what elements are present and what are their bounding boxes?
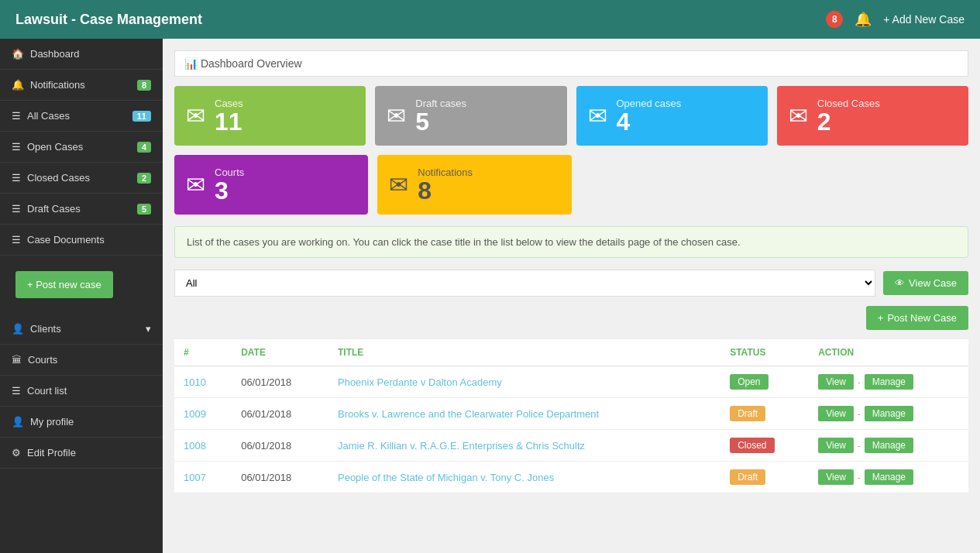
case-filter-select[interactable]: All Open Draft Closed — [174, 270, 875, 297]
table-row: 1007 06/01/2018 People of the State of M… — [174, 462, 968, 493]
cases-table: # DATE TITLE STATUS ACTION 1010 06/01/20… — [174, 339, 968, 493]
notifications-badge: 8 — [137, 80, 151, 91]
case-number-cell: 1009 — [174, 398, 232, 430]
closed-cases-icon: ☰ — [12, 172, 21, 184]
case-action-cell: View - Manage — [809, 430, 968, 462]
case-number-link[interactable]: 1009 — [184, 408, 206, 420]
col-number: # — [174, 339, 232, 366]
status-badge: Draft — [730, 406, 765, 421]
table-row: 1008 06/01/2018 Jamie R. Killian v. R.A.… — [174, 430, 968, 462]
sidebar-item-notifications[interactable]: 🔔 Notifications 8 — [0, 70, 163, 101]
sidebar-label-edit-profile: Edit Profile — [27, 447, 76, 459]
add-new-case-button[interactable]: + Add New Case — [883, 13, 965, 26]
case-number-cell: 1008 — [174, 430, 232, 462]
case-date-cell: 06/01/2018 — [232, 366, 328, 398]
main-layout: 🏠 Dashboard 🔔 Notifications 8 ☰ All Case… — [0, 39, 980, 553]
case-title-cell: Jamie R. Killian v. R.A.G.E. Enterprises… — [328, 430, 720, 462]
post-new-case-button[interactable]: + Post New Case — [866, 306, 968, 330]
action-buttons: View - Manage — [818, 406, 959, 421]
manage-action-button[interactable]: Manage — [865, 374, 913, 390]
view-action-button[interactable]: View — [818, 469, 854, 485]
action-separator: - — [858, 472, 861, 482]
opened-envelope-icon: ✉ — [588, 102, 607, 129]
case-title-cell: People of the State of Michigan v. Tony … — [328, 462, 720, 493]
eye-icon: 👁 — [895, 277, 905, 289]
case-action-cell: View - Manage — [809, 462, 968, 493]
sidebar-label-draft-cases: Draft Cases — [27, 203, 81, 215]
closed-cases-badge: 2 — [137, 173, 151, 184]
sidebar-item-my-profile[interactable]: 👤 My profile — [0, 407, 163, 438]
dashboard-icon: 🏠 — [12, 48, 24, 60]
status-badge: Closed — [730, 438, 774, 453]
draft-envelope-icon: ✉ — [387, 102, 406, 129]
sidebar-item-clients[interactable]: 👤 Clients ▾ — [0, 314, 163, 345]
sidebar-item-edit-profile[interactable]: ⚙ Edit Profile — [0, 438, 163, 469]
stat-card-opened: ✉ Opened cases 4 — [576, 86, 768, 146]
case-number-link[interactable]: 1007 — [184, 472, 206, 483]
manage-action-button[interactable]: Manage — [865, 469, 913, 485]
sidebar-label-open-cases: Open Cases — [27, 141, 83, 153]
case-status-cell: Open — [720, 366, 809, 398]
stat-opened-label: Opened cases — [617, 98, 682, 109]
view-action-button[interactable]: View — [818, 374, 854, 390]
edit-profile-icon: ⚙ — [12, 447, 21, 459]
sidebar-item-closed-cases[interactable]: ☰ Closed Cases 2 — [0, 163, 163, 194]
sidebar-label-notifications: Notifications — [30, 79, 85, 91]
stat-notifications-label: Notifications — [418, 167, 473, 178]
post-new-case-label: Post New Case — [887, 312, 957, 324]
sidebar-label-clients: Clients — [30, 323, 61, 335]
manage-action-button[interactable]: Manage — [865, 406, 913, 421]
notifications-icon: 🔔 — [12, 79, 24, 91]
case-status-cell: Closed — [720, 430, 809, 462]
sidebar-item-draft-cases[interactable]: ☰ Draft Cases 5 — [0, 194, 163, 225]
bell-icon[interactable]: 🔔 — [854, 11, 872, 28]
action-separator: - — [858, 441, 861, 450]
stat-cases-value: 11 — [215, 109, 243, 134]
case-date-cell: 06/01/2018 — [232, 430, 328, 462]
case-title-link[interactable]: Jamie R. Killian v. R.A.G.E. Enterprises… — [338, 440, 585, 452]
sidebar-item-dashboard[interactable]: 🏠 Dashboard — [0, 39, 163, 70]
all-cases-icon: ☰ — [12, 110, 21, 122]
case-number-cell: 1007 — [174, 462, 232, 493]
clients-icon: 👤 — [12, 323, 24, 335]
my-profile-icon: 👤 — [12, 416, 24, 428]
stat-card-courts: ✉ Courts 3 — [174, 155, 368, 215]
view-case-button[interactable]: 👁 View Case — [883, 271, 968, 295]
stat-card-closed: ✉ Closed Cases 2 — [777, 86, 968, 146]
col-action: ACTION — [809, 339, 968, 366]
draft-cases-badge: 5 — [137, 204, 151, 215]
case-title-link[interactable]: Phoenix Perdante v Dalton Academy — [338, 376, 502, 388]
sidebar-item-all-cases[interactable]: ☰ All Cases 11 — [0, 101, 163, 132]
cases-envelope-icon: ✉ — [186, 102, 205, 129]
action-buttons: View - Manage — [818, 469, 959, 485]
stat-notifications-value: 8 — [418, 178, 473, 203]
sidebar-item-court-list[interactable]: ☰ Court list — [0, 376, 163, 407]
case-title-link[interactable]: People of the State of Michigan v. Tony … — [338, 472, 554, 483]
view-action-button[interactable]: View — [818, 406, 854, 421]
case-action-cell: View - Manage — [809, 398, 968, 430]
sidebar-post-new-case-button[interactable]: + Post new case — [15, 271, 113, 298]
stat-draft-value: 5 — [415, 109, 466, 134]
view-action-button[interactable]: View — [818, 438, 854, 453]
case-number-link[interactable]: 1010 — [184, 376, 206, 388]
sidebar-item-courts[interactable]: 🏛 Courts — [0, 345, 163, 376]
stat-card-cases: ✉ Cases 11 — [174, 86, 366, 146]
sidebar: 🏠 Dashboard 🔔 Notifications 8 ☰ All Case… — [0, 39, 163, 553]
case-number-link[interactable]: 1008 — [184, 440, 206, 452]
case-documents-icon: ☰ — [12, 234, 21, 246]
col-status: STATUS — [720, 339, 809, 366]
case-title-link[interactable]: Brooks v. Lawrence and the Clearwater Po… — [338, 408, 599, 420]
sidebar-item-case-documents[interactable]: ☰ Case Documents — [0, 225, 163, 256]
case-title-cell: Brooks v. Lawrence and the Clearwater Po… — [328, 398, 720, 430]
info-box: List of the cases you are working on. Yo… — [174, 226, 968, 258]
info-text: List of the cases you are working on. Yo… — [187, 236, 741, 248]
main-content: 📊 Dashboard Overview ✉ Cases 11 ✉ Draft … — [163, 39, 980, 553]
manage-action-button[interactable]: Manage — [865, 438, 913, 453]
stat-courts-label: Courts — [215, 167, 244, 178]
sidebar-label-court-list: Court list — [27, 385, 67, 397]
stat-card-notifications: ✉ Notifications 8 — [377, 155, 571, 215]
courts-envelope-icon: ✉ — [186, 171, 205, 198]
stat-card-draft: ✉ Draft cases 5 — [375, 86, 566, 146]
table-row: 1009 06/01/2018 Brooks v. Lawrence and t… — [174, 398, 968, 430]
sidebar-item-open-cases[interactable]: ☰ Open Cases 4 — [0, 132, 163, 163]
